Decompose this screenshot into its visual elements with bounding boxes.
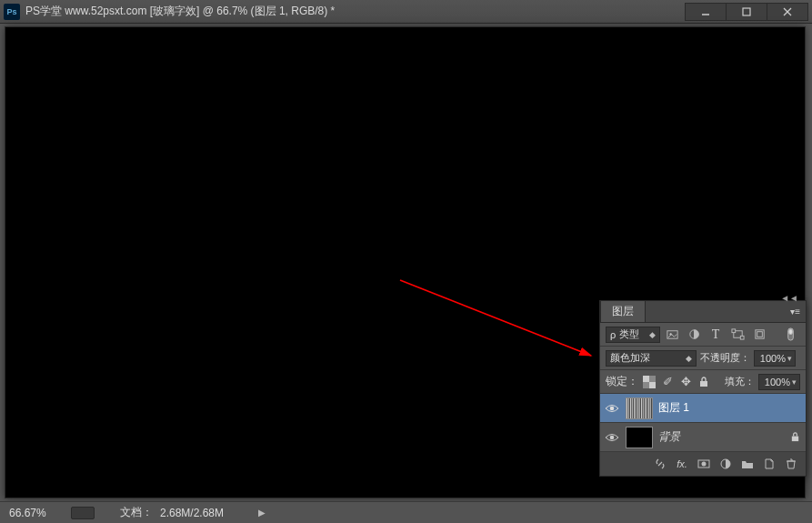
delete-layer-button[interactable] <box>782 456 800 472</box>
lock-position-icon[interactable]: ✥ <box>678 375 693 389</box>
svg-point-18 <box>610 406 615 410</box>
new-layer-button[interactable] <box>760 456 778 472</box>
zoom-stepper[interactable] <box>71 507 95 519</box>
lock-pixels-icon[interactable]: ✐ <box>660 375 675 389</box>
filter-pixel-icon[interactable] <box>662 327 682 343</box>
panel-tab-bar: 图层 ▾≡ <box>600 301 806 323</box>
new-group-button[interactable] <box>738 456 757 472</box>
layers-panel-footer: fx. <box>600 452 806 476</box>
filter-smart-icon[interactable] <box>749 327 769 343</box>
filter-shape-icon[interactable] <box>727 327 747 343</box>
opacity-field[interactable]: 100%▾ <box>754 350 796 367</box>
adjustment-layer-button[interactable] <box>717 456 735 472</box>
opacity-label: 不透明度： <box>700 351 750 365</box>
svg-rect-8 <box>731 329 735 333</box>
filter-type-icon[interactable]: T <box>706 327 726 343</box>
svg-rect-13 <box>788 329 792 335</box>
filter-toggle-switch[interactable] <box>780 327 800 343</box>
tab-layers[interactable]: 图层 <box>600 300 646 322</box>
fill-field[interactable]: 100%▾ <box>758 374 800 390</box>
status-bar: 66.67% 文档：2.68M/2.68M ▶ <box>0 501 812 523</box>
layer-thumbnail[interactable] <box>626 397 653 419</box>
zoom-value[interactable]: 66.67% <box>9 507 64 519</box>
svg-rect-9 <box>740 336 744 339</box>
fill-label: 填充： <box>725 375 755 388</box>
panel-menu-icon[interactable]: ▾≡ <box>790 307 800 317</box>
link-layers-button[interactable] <box>651 456 669 472</box>
app-icon: Ps <box>4 4 20 20</box>
layer-name[interactable]: 背景 <box>658 429 782 445</box>
lock-fill-row: 锁定： ✐ ✥ 填充： 100%▾ <box>600 370 806 394</box>
svg-point-22 <box>702 462 707 467</box>
svg-point-19 <box>610 435 615 439</box>
doc-size-label: 文档： <box>120 505 153 520</box>
layer-name[interactable]: 图层 1 <box>658 400 802 416</box>
visibility-toggle[interactable] <box>604 400 620 417</box>
layers-panel: ◄◄ 图层 ▾≡ ρ 类型 ◆ T 颜色加深 ◆ 不透明度： <box>599 300 807 477</box>
opacity-value: 100% <box>760 353 786 364</box>
layer-fx-button[interactable]: fx. <box>673 456 691 472</box>
layer-list: 图层 1 背景 <box>600 394 806 452</box>
lock-all-icon[interactable] <box>697 375 711 389</box>
visibility-toggle[interactable] <box>604 429 620 446</box>
add-mask-button[interactable] <box>695 456 713 472</box>
filter-adjustment-icon[interactable] <box>684 327 704 343</box>
blend-mode-value: 颜色加深 <box>610 351 650 365</box>
title-bar: Ps PS学堂 www.52psxt.com [玻璃字效] @ 66.7% (图… <box>0 0 812 24</box>
lock-label: 锁定： <box>606 374 638 389</box>
fill-value: 100% <box>765 377 790 387</box>
filter-kind-dropdown[interactable]: ρ 类型 ◆ <box>606 327 660 343</box>
svg-rect-17 <box>700 381 707 387</box>
filter-search-icon: ρ <box>610 329 616 340</box>
layer-row[interactable]: 图层 1 <box>600 394 806 423</box>
close-button[interactable] <box>767 3 808 21</box>
doc-size-value: 2.68M/2.68M <box>160 507 224 519</box>
svg-rect-16 <box>649 382 656 388</box>
svg-rect-1 <box>743 8 750 15</box>
layer-thumbnail[interactable] <box>626 427 653 448</box>
blend-mode-dropdown[interactable]: 颜色加深 ◆ <box>606 350 697 367</box>
svg-rect-11 <box>757 332 762 337</box>
minimize-button[interactable] <box>685 3 727 21</box>
document-title: PS学堂 www.52psxt.com [玻璃字效] @ 66.7% (图层 1… <box>25 4 686 19</box>
panel-collapse-icon[interactable]: ◄◄ <box>771 293 798 300</box>
layer-filter-bar: ρ 类型 ◆ T <box>600 323 806 347</box>
filter-kind-label: 类型 <box>619 327 639 341</box>
status-menu-arrow[interactable]: ▶ <box>258 508 266 518</box>
layer-row[interactable]: 背景 <box>600 423 806 452</box>
maximize-button[interactable] <box>726 3 767 21</box>
layer-locked-icon <box>787 430 802 445</box>
svg-rect-20 <box>791 437 797 442</box>
svg-rect-15 <box>643 376 649 382</box>
lock-transparent-icon[interactable] <box>642 375 657 389</box>
blend-opacity-row: 颜色加深 ◆ 不透明度： 100%▾ <box>600 347 806 370</box>
